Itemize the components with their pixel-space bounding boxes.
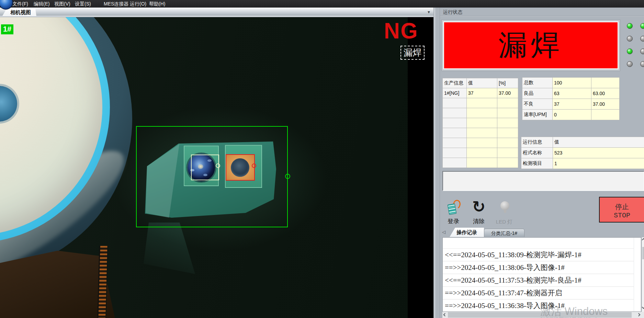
- log-entry[interactable]: <<==2024-05-05_11:38:09-检测完毕-漏焊-1#: [443, 249, 634, 261]
- bulb-icon: [500, 201, 509, 210]
- table-row: [443, 158, 518, 168]
- log-column-line: [634, 238, 634, 312]
- scroll-left-icon[interactable]: [443, 313, 447, 317]
- status-banner-frame: 漏焊: [441, 20, 620, 71]
- led-indicator-green: [627, 23, 633, 29]
- table-row: [443, 108, 518, 118]
- led-indicator-gray: [640, 36, 644, 42]
- menu-file[interactable]: 文件(F): [10, 0, 30, 8]
- app-window: 文件(F) 编辑(E) 视图(V) 设置(S) MES连接器 运行(O) 帮助(…: [0, 0, 644, 318]
- led-light-button[interactable]: LED 灯: [492, 198, 516, 226]
- cell: 速率[UPM]: [522, 110, 553, 120]
- cell: 523: [553, 148, 644, 158]
- table-row: 总数 100: [522, 78, 620, 88]
- menu-help[interactable]: 帮助(H): [147, 0, 167, 8]
- table-row: [443, 138, 518, 148]
- vscroll-thumb[interactable]: [642, 247, 644, 259]
- table-header-row: 生产信息 值 [%]: [443, 78, 518, 88]
- col-header: 生产信息: [443, 78, 467, 88]
- cell: [591, 110, 620, 120]
- cell: 37.00: [497, 88, 518, 98]
- table-row: [443, 128, 518, 138]
- tab-scroll-left-icon[interactable]: ◁: [442, 229, 447, 235]
- scroll-right-icon[interactable]: [637, 313, 641, 317]
- tab-classification-summary[interactable]: 分类汇总-1#: [484, 229, 524, 237]
- table-row: 良品 63 63.00: [522, 88, 620, 99]
- menu-edit[interactable]: 编辑(E): [32, 0, 52, 8]
- scroll-up-icon[interactable]: [642, 238, 644, 242]
- camera-tab-bar: 相机视图 ▼: [0, 8, 433, 16]
- col-header: [%]: [497, 78, 518, 88]
- refresh-arrow-icon: ↻: [467, 197, 491, 216]
- id-badge-icon: [448, 201, 461, 216]
- log-entry[interactable]: ==>>2024-05-05_11:38:06-导入图像-1#: [443, 261, 634, 274]
- clear-button[interactable]: ↻ 清除: [467, 198, 491, 226]
- menu-view[interactable]: 视图(V): [52, 0, 72, 8]
- production-table: 生产信息 值 [%] 1#[NG] 37 37.00: [442, 78, 518, 168]
- image-black-margin: [408, 17, 433, 318]
- camera-image: 1# NG 漏焊: [0, 17, 433, 318]
- cell: 37.00: [591, 99, 620, 110]
- menu-bar: 文件(F) 编辑(E) 视图(V) 设置(S) MES连接器 运行(O) 帮助(…: [0, 0, 644, 8]
- panel-splitter[interactable]: [433, 8, 440, 318]
- statistics-table: 总数 100 良品 63 63.00 不良 37 37.00 速率[UPM] 0: [522, 77, 620, 120]
- roi-box[interactable]: [136, 126, 288, 227]
- status-banner-text: 漏焊: [499, 26, 563, 65]
- led-indicator-gray: [640, 61, 644, 67]
- cell: 37: [553, 99, 591, 110]
- table-row: 程式名称 523: [521, 148, 644, 158]
- cell: 37: [467, 88, 497, 98]
- login-label: 登录: [441, 217, 465, 225]
- run-info-table: 运行信息 值 程式名称 523 检测项目 1: [521, 137, 644, 169]
- chevron-down-icon[interactable]: ▼: [427, 10, 431, 14]
- led-label: LED 灯: [492, 219, 516, 225]
- camera-id-badge: 1#: [1, 24, 13, 34]
- table-row: [443, 148, 518, 158]
- led-indicator-green: [627, 48, 633, 54]
- activate-windows-watermark: 激活 Windows: [540, 304, 608, 318]
- cell: [591, 78, 620, 88]
- cell: 不良: [522, 99, 553, 110]
- operation-log-list: <<==2024-05-05_11:38:09-检测完毕-漏焊-1# ==>>2…: [442, 237, 641, 312]
- table-row: 1#[NG] 37 37.00: [443, 88, 518, 98]
- clear-label: 清除: [467, 217, 491, 225]
- table-row: [443, 118, 518, 128]
- log-entry[interactable]: <<==2024-05-05_11:37:53-检测完毕-良品-1#: [443, 274, 634, 287]
- login-button[interactable]: 登录: [441, 198, 465, 226]
- menu-mes-connector[interactable]: MES连接器: [102, 0, 131, 8]
- status-banner: 漏焊: [443, 21, 619, 69]
- scroll-down-icon[interactable]: [642, 306, 644, 309]
- table-row: 检测项目 1: [521, 158, 644, 169]
- led-grid: [627, 23, 644, 67]
- table-row: 速率[UPM] 0: [522, 110, 620, 120]
- table-row: 不良 37 37.00: [522, 99, 620, 110]
- result-ng-label: NG: [384, 20, 418, 42]
- panel-title: 运行状态: [443, 9, 462, 15]
- cell: 程式名称: [521, 148, 553, 158]
- title-separator: [440, 16, 644, 16]
- menu-settings[interactable]: 设置(S): [73, 0, 93, 8]
- stop-label-en: STOP: [600, 212, 644, 219]
- menu-run[interactable]: 运行(O): [128, 0, 148, 8]
- run-status-panel: 运行状态 漏焊 生产信息 值 [%] 1#[NG] 37 37.00: [440, 8, 644, 318]
- cell: 63.00: [591, 88, 620, 99]
- log-entry[interactable]: ==>>2024-05-05_11:37:47-检测器开启: [443, 287, 634, 299]
- cell: 总数: [522, 78, 553, 88]
- cell: 0: [553, 110, 591, 120]
- defect-name-tag: 漏焊: [400, 46, 425, 60]
- cell: 良品: [522, 88, 553, 99]
- roi-handle[interactable]: [285, 174, 290, 179]
- message-box: [442, 171, 644, 191]
- col-header: 值: [467, 78, 497, 88]
- activate-windows-watermark-sub: 转到"设置"以激活 Windows。: [540, 316, 612, 318]
- stop-button[interactable]: 停止 STOP: [599, 197, 644, 223]
- cell: 100: [553, 78, 591, 88]
- fixture-pad-strip: [97, 246, 108, 318]
- led-indicator-green: [640, 23, 644, 29]
- cell: 1: [553, 158, 644, 169]
- led-indicator-gray: [627, 61, 633, 67]
- tab-operation-log[interactable]: 操作记录: [450, 228, 484, 237]
- log-vertical-scrollbar[interactable]: [642, 237, 644, 312]
- stop-label-cn: 停止: [600, 202, 644, 212]
- col-header: 运行信息: [521, 137, 553, 148]
